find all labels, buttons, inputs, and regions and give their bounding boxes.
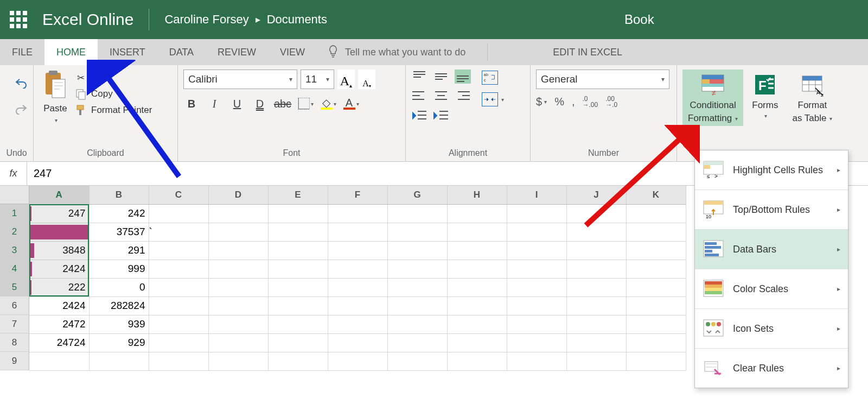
forms-button[interactable]: F Forms ▾ [746,70,783,121]
tab-file[interactable]: FILE [0,39,44,65]
cell[interactable]: 2424 [29,260,89,278]
cell[interactable]: 242 [89,204,149,223]
cell[interactable] [387,260,447,278]
increase-decimal-button[interactable]: .0→.00 [582,96,598,108]
cell[interactable] [208,315,268,333]
column-header[interactable]: A [29,186,89,204]
cell[interactable] [566,278,626,296]
cell[interactable] [387,223,447,241]
cell[interactable] [387,204,447,223]
cell[interactable]: 222 [29,278,89,296]
column-header[interactable]: C [149,186,208,204]
select-all-corner[interactable] [0,186,29,204]
cell[interactable] [149,278,208,296]
number-format-dropdown[interactable]: General ▾ [536,70,669,89]
font-size-dropdown[interactable]: 11 ▾ [301,70,334,89]
fx-icon[interactable]: fx [0,162,27,185]
decrease-indent-button[interactable] [411,109,427,123]
cell[interactable] [268,241,328,260]
comma-format-button[interactable]: , [572,96,575,108]
cell[interactable] [566,296,626,315]
cell[interactable] [89,352,149,370]
cell[interactable] [208,296,268,315]
cell[interactable] [149,241,208,260]
cell[interactable] [447,204,507,223]
shrink-font-button[interactable]: A▾ [358,70,375,89]
column-header[interactable]: D [208,186,268,204]
cell[interactable] [507,204,566,223]
cell[interactable] [626,352,686,370]
cell[interactable]: 247 [29,204,89,223]
cell[interactable] [447,352,507,370]
cell[interactable] [328,260,387,278]
cell[interactable] [507,352,566,370]
row-header[interactable]: 7 [0,315,29,333]
cell[interactable] [149,260,208,278]
column-header[interactable]: E [268,186,328,204]
cell[interactable] [268,333,328,352]
cell[interactable] [328,296,387,315]
increase-indent-button[interactable] [433,109,449,123]
cell[interactable] [507,260,566,278]
column-header[interactable]: I [507,186,566,204]
cell[interactable] [507,278,566,296]
cell[interactable] [507,333,566,352]
cell[interactable] [328,333,387,352]
cell[interactable] [626,296,686,315]
tab-review[interactable]: REVIEW [206,39,268,65]
column-header[interactable]: H [447,186,507,204]
cell[interactable] [268,352,328,370]
underline-button[interactable]: U [229,96,245,112]
tab-view[interactable]: VIEW [268,39,317,65]
cell[interactable] [566,315,626,333]
cell[interactable] [387,296,447,315]
cell[interactable] [566,260,626,278]
cell[interactable] [387,315,447,333]
accounting-format-button[interactable]: $▾ [536,96,547,108]
wrap-text-button[interactable]: abc [482,71,504,85]
align-bottom-button[interactable] [455,70,471,84]
cf-highlight-cells-rules[interactable]: ≤> Highlight Cells Rules ▸ [695,150,848,190]
cell[interactable] [208,278,268,296]
align-right-button[interactable] [455,89,471,103]
redo-button[interactable] [13,101,29,117]
cell[interactable] [328,278,387,296]
format-as-table-button[interactable]: AZ Format as Table▾ [787,70,838,126]
cell[interactable] [208,333,268,352]
cell[interactable]: 37537 [89,223,149,241]
row-header[interactable]: 1 [0,204,29,223]
cell[interactable]: 929 [89,333,149,352]
row-header[interactable]: 3 [0,241,29,260]
font-name-dropdown[interactable]: Calibri ▾ [183,70,297,89]
borders-button[interactable]: ▾ [297,96,314,112]
cell[interactable] [149,204,208,223]
cell[interactable]: 24724 [29,333,89,352]
cell[interactable] [447,315,507,333]
merge-center-button[interactable]: ▾ [482,92,504,106]
paste-button[interactable]: Paste ▾ [39,70,72,123]
cell[interactable]: 3848 [29,241,89,260]
cell[interactable] [447,223,507,241]
cell[interactable] [507,315,566,333]
cell[interactable] [566,333,626,352]
cell[interactable] [447,296,507,315]
row-header[interactable]: 4 [0,260,29,278]
breadcrumb-folder[interactable]: Documents [267,12,327,27]
cell[interactable] [268,315,328,333]
cf-clear-rules[interactable]: Clear Rules ▸ [695,349,848,388]
cell[interactable] [268,204,328,223]
cell[interactable] [447,278,507,296]
document-title[interactable]: Book [624,12,654,27]
cell[interactable] [268,223,328,241]
cell[interactable] [387,333,447,352]
cell[interactable] [626,315,686,333]
tell-me-search[interactable]: Tell me what you want to do [328,39,465,65]
cell[interactable] [208,352,268,370]
cell[interactable] [507,223,566,241]
cell[interactable]: 282824 [89,296,149,315]
row-header[interactable]: 2 [0,223,29,241]
cell[interactable]: 939 [89,315,149,333]
cf-data-bars[interactable]: Data Bars ▸ [695,230,848,269]
row-header[interactable]: 5 [0,278,29,296]
cf-top-bottom-rules[interactable]: 10 Top/Bottom Rules ▸ [695,190,848,229]
